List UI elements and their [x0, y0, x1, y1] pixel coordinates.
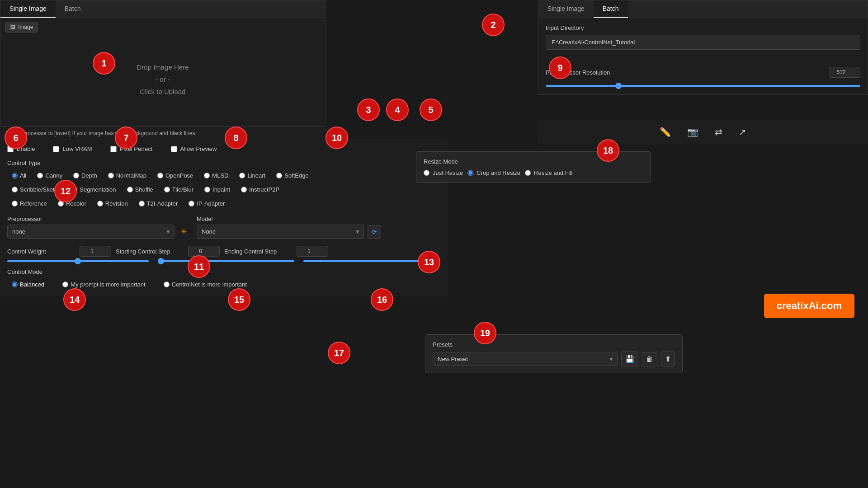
step-14: 14 — [63, 288, 86, 311]
preset-upload-btn[interactable]: ⬆ — [661, 352, 675, 366]
control-weight-row: Control Weight Starting Control Step End… — [7, 246, 440, 257]
step-8: 8 — [225, 127, 247, 149]
step-19: 19 — [474, 322, 496, 344]
preproc-res-slider[interactable] — [546, 85, 860, 87]
starting-step-label: Starting Control Step — [116, 248, 184, 255]
control-panel: Enable Low VRAM Pixel Perfect Allow Prev… — [0, 139, 448, 296]
presets-select[interactable]: New Preset — [433, 352, 618, 366]
drop-text-2: - or - — [156, 73, 170, 85]
preset-save-btn[interactable]: 💾 — [621, 352, 638, 366]
checkboxes-row: Enable Low VRAM Pixel Perfect Allow Prev… — [7, 145, 440, 152]
right-tabs: Single Image Batch — [538, 0, 868, 18]
drop-zone[interactable]: Drop Image Here - or - Click to Upload — [0, 36, 325, 122]
type-revision[interactable]: Revision — [93, 198, 132, 209]
type-tile[interactable]: Tile/Blur — [160, 184, 198, 195]
step-6: 6 — [5, 127, 27, 149]
control-weight-slider[interactable] — [7, 260, 149, 262]
type-normalmap[interactable]: NormalMap — [104, 170, 151, 181]
preproc-model-row: Preprocessor none ▼ ✳ Model None ▼ — [7, 216, 440, 239]
step-2: 2 — [482, 14, 505, 36]
step-12: 12 — [54, 180, 77, 202]
creatix-label: creatixAi.com — [777, 300, 842, 311]
type-ip-adapter[interactable]: IP-Adapter — [184, 198, 229, 209]
control-mode-label: Control Mode — [7, 268, 440, 275]
resize-options: Just Resize Crop and Resize Resize and F… — [424, 169, 643, 176]
icons-row: ✏️ 📷 ⇄ ↗ — [538, 120, 868, 144]
preproc-res-section: Preprocessor Resolution — [538, 61, 868, 94]
refresh-button[interactable]: ⟳ — [368, 225, 381, 239]
model-group: Model None ▼ ⟳ — [197, 216, 381, 239]
creatix-banner: creatixAi.com — [764, 294, 854, 318]
right-tab-batch[interactable]: Batch — [594, 0, 628, 18]
resize-just[interactable]: Just Resize — [424, 169, 463, 176]
starting-step-number[interactable] — [188, 246, 220, 257]
step-18: 18 — [597, 139, 619, 162]
control-weight-label: Control Weight — [7, 248, 75, 255]
control-type-row-1: All Canny Depth NormalMap OpenPose MLSD … — [7, 170, 440, 181]
step-3: 3 — [357, 99, 380, 121]
allow-preview-input[interactable] — [171, 146, 177, 152]
presets-section: Presets New Preset ▼ 💾 🗑 ⬆ — [425, 334, 683, 373]
type-depth[interactable]: Depth — [69, 170, 102, 181]
type-lineart[interactable]: Lineart — [235, 170, 270, 181]
preproc-res-row: Preprocessor Resolution — [546, 67, 860, 78]
type-t2i[interactable]: T2I-Adapter — [134, 198, 183, 209]
right-tab-single[interactable]: Single Image — [538, 0, 594, 18]
step-7: 7 — [115, 127, 137, 149]
pixel-perfect-input[interactable] — [110, 146, 117, 152]
model-select[interactable]: None — [197, 225, 364, 239]
spark-button[interactable]: ✳ — [178, 227, 189, 236]
image-btn-label: Image — [18, 24, 33, 30]
low-vram-label: Low VRAM — [62, 145, 92, 152]
step-4: 4 — [386, 99, 409, 121]
control-type-label: Control Type — [7, 160, 440, 166]
presets-row: New Preset ▼ 💾 🗑 ⬆ — [433, 352, 675, 366]
type-canny[interactable]: Canny — [33, 170, 67, 181]
sliders-section: Control Weight Starting Control Step End… — [7, 246, 440, 262]
model-label: Model — [197, 216, 381, 222]
info-text: Set preprocessor to [invert] If your ima… — [5, 130, 197, 136]
sliders-track-row — [7, 260, 440, 262]
image-upload-btn[interactable]: 🖼 Image — [5, 22, 38, 33]
step-16: 16 — [371, 288, 393, 311]
tab-batch-left[interactable]: Batch — [56, 0, 90, 18]
type-all[interactable]: All — [7, 170, 31, 181]
allow-preview-checkbox[interactable]: Allow Preview — [171, 145, 217, 152]
step-13: 13 — [418, 251, 440, 273]
type-instructp2p[interactable]: InstructP2P — [236, 184, 284, 195]
tab-single-image[interactable]: Single Image — [0, 0, 56, 18]
input-dir-field[interactable] — [546, 35, 860, 50]
starting-step-slider[interactable] — [158, 260, 295, 262]
input-dir-section: Input Directory — [538, 18, 868, 56]
mode-balanced[interactable]: Balanced — [7, 279, 49, 290]
preproc-res-number[interactable] — [829, 67, 860, 78]
type-reference[interactable]: Reference — [7, 198, 52, 209]
low-vram-input[interactable] — [53, 146, 59, 152]
step-17: 17 — [328, 342, 350, 364]
step-15: 15 — [228, 288, 250, 311]
upload-icon-btn[interactable]: ↗ — [735, 125, 750, 139]
type-inpaint[interactable]: Inpaint — [200, 184, 235, 195]
preprocessor-select[interactable]: none — [7, 225, 175, 239]
resize-crop[interactable]: Crop and Resize — [467, 169, 520, 176]
step-11: 11 — [188, 255, 210, 278]
type-openpose[interactable]: OpenPose — [153, 170, 198, 181]
type-softedge[interactable]: SoftEdge — [272, 170, 313, 181]
control-weight-number[interactable] — [80, 246, 111, 257]
type-shuffle[interactable]: Shuffle — [123, 184, 158, 195]
swap-icon-btn[interactable]: ⇄ — [711, 125, 726, 139]
ending-step-number[interactable] — [297, 246, 328, 257]
edit-icon-btn[interactable]: ✏️ — [656, 125, 675, 139]
preprocessor-label: Preprocessor — [7, 216, 189, 222]
low-vram-checkbox[interactable]: Low VRAM — [53, 145, 92, 152]
preprocessor-select-wrapper: none ▼ — [7, 225, 175, 239]
input-dir-label: Input Directory — [546, 24, 860, 31]
camera-icon-btn[interactable]: 📷 — [684, 125, 702, 139]
ending-step-label: Ending Control Step — [224, 248, 292, 255]
left-tabs: Single Image Batch — [0, 0, 325, 18]
presets-label: Presets — [433, 341, 675, 348]
preset-delete-btn[interactable]: 🗑 — [642, 352, 657, 366]
type-mlsd[interactable]: MLSD — [199, 170, 233, 181]
left-panel: Single Image Batch 🖼 Image Drop Image He… — [0, 0, 326, 127]
resize-fill[interactable]: Resize and Fill — [525, 169, 572, 176]
